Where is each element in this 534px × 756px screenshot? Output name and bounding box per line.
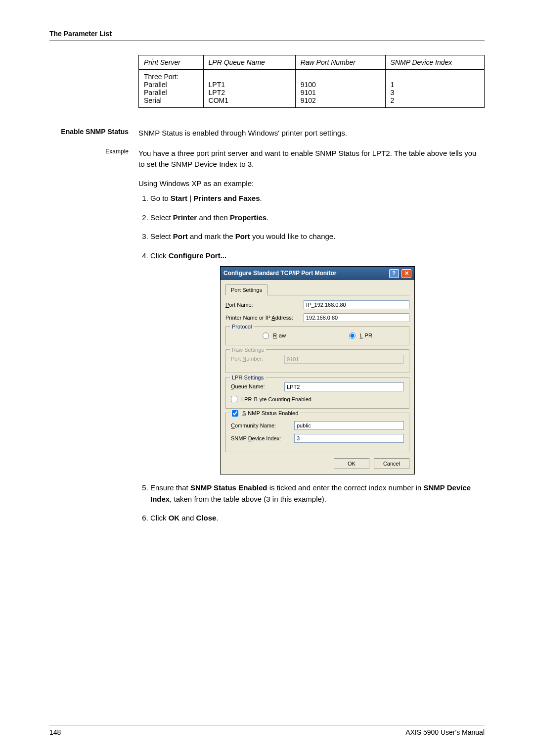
cell-text: 2: [391, 96, 395, 104]
configure-port-dialog: Configure Standard TCP/IP Port Monitor ?…: [220, 266, 415, 474]
cell-text: 9100: [301, 81, 316, 89]
device-index-input[interactable]: [294, 434, 404, 443]
close-icon[interactable]: ✕: [401, 269, 411, 278]
cell-text: Three Port:: [144, 73, 178, 81]
footer-rule: [49, 725, 485, 725]
help-icon[interactable]: ?: [389, 269, 399, 278]
cell-text: 3: [391, 89, 395, 96]
window-buttons: ? ✕: [388, 269, 411, 278]
step-1: Go to Start | Printers and Faxes.: [150, 193, 485, 204]
page-footer: 148 AXIS 5900 User's Manual: [49, 725, 485, 736]
tab-strip: Port Settings: [225, 284, 409, 296]
lpr-byte-counting-checkbox[interactable]: [231, 396, 237, 402]
queue-name-label: Queue Name:: [231, 382, 280, 391]
community-label: Community Name:: [231, 422, 290, 430]
dialog-title-text: Configure Standard TCP/IP Port Monitor: [223, 269, 336, 278]
lpr-settings-group: LPR Settings Queue Name: LPR Byte Counti…: [225, 377, 409, 409]
label-rest: aw: [279, 331, 286, 340]
raw-port-input: [284, 355, 404, 364]
step-text: .: [267, 213, 268, 222]
tab-port-settings[interactable]: Port Settings: [225, 284, 267, 296]
th-lpr-queue: LPR Queue Name: [203, 55, 295, 70]
bold-text: Printers and Faxes: [193, 194, 260, 202]
td: 9100 9101 9102: [295, 70, 385, 108]
mnemonic: S: [242, 409, 246, 418]
label-pre: SNMP: [231, 435, 248, 441]
mnemonic: R: [273, 331, 277, 340]
header-rule: [49, 41, 485, 41]
raw-radio[interactable]: [263, 332, 269, 339]
table-row: Three Port: Parallel Parallel Serial LPT…: [139, 70, 485, 108]
snmp-legend: SNMP Status Enabled: [230, 409, 300, 418]
bold-text: Port: [173, 232, 188, 240]
label-rest: ort Name:: [229, 302, 253, 308]
td: LPT1 LPT2 COM1: [203, 70, 295, 108]
lpr-radio-label[interactable]: LPR: [349, 331, 372, 340]
bold-text: Properties: [230, 213, 267, 222]
protocol-group: Protocol Raw LPR: [225, 326, 409, 345]
queue-name-input[interactable]: [284, 382, 404, 391]
side-heading-example: Example: [49, 148, 138, 532]
cell-text: Parallel: [144, 81, 167, 89]
raw-port-label: Port Number:: [231, 355, 280, 363]
cell-text: COM1: [209, 96, 228, 104]
dialog-wrap: Configure Standard TCP/IP Port Monitor ?…: [150, 266, 485, 474]
label-pre: Printer Name or IP: [225, 315, 271, 321]
bold-text: Configure Port...: [169, 251, 227, 260]
printer-address-input[interactable]: [304, 313, 409, 322]
lpr-byte-counting-label[interactable]: LPR Byte Counting Enabled: [231, 395, 404, 404]
th-snmp-index: SNMP Device Index: [385, 55, 484, 70]
step-6: Click OK and Close.: [150, 513, 485, 524]
bold-text: Port: [235, 232, 250, 240]
label-rest: NMP Status Enabled: [248, 409, 298, 418]
cancel-button[interactable]: Cancel: [374, 458, 409, 469]
ok-button[interactable]: OK: [334, 458, 369, 469]
mnemonic: N: [242, 356, 246, 362]
bold-text: Close: [196, 514, 217, 522]
label-rest: umber:: [246, 356, 263, 362]
paragraph: You have a three port print server and w…: [138, 148, 485, 170]
snmp-enabled-label[interactable]: SNMP Status Enabled: [232, 409, 298, 418]
cell-text: 9102: [301, 96, 316, 104]
mnemonic: L: [359, 331, 362, 340]
mnemonic: C: [231, 423, 235, 428]
bold-text: Start: [171, 194, 187, 202]
step-text: and: [179, 514, 196, 522]
side-heading: Enable SNMP Status: [49, 128, 138, 139]
step-text: .: [216, 514, 218, 522]
example-block: Example You have a three port print serv…: [49, 148, 485, 532]
device-index-label: SNMP Device Index:: [231, 434, 290, 443]
port-name-input[interactable]: [304, 300, 409, 309]
step-text: and then: [197, 213, 230, 222]
step-3: Select Port and mark the Port you would …: [150, 231, 485, 242]
community-input[interactable]: [294, 421, 404, 430]
step-text: is ticked and enter the correct index nu…: [267, 483, 423, 492]
step-text: , taken from the table above (3 in this …: [170, 495, 326, 503]
queue-name-row: Queue Name:: [231, 382, 404, 391]
bold-text: Printer: [173, 213, 197, 222]
step-2: Select Printer and then Properties.: [150, 212, 485, 224]
community-row: Community Name:: [231, 421, 404, 430]
raw-radio-label[interactable]: Raw: [263, 331, 286, 340]
page: The Parameter List Print Server LPR Queu…: [0, 0, 534, 756]
mnemonic: B: [254, 395, 257, 404]
mnemonic: D: [248, 435, 252, 441]
td: 1 3 2: [385, 70, 484, 108]
printer-address-label: Printer Name or IP Address:: [225, 314, 300, 322]
cell-text: Parallel: [144, 89, 167, 96]
step-text: |: [187, 194, 193, 202]
footer-row: 148 AXIS 5900 User's Manual: [49, 728, 485, 736]
mnemonic: Q: [231, 383, 235, 389]
protocol-legend: Protocol: [230, 323, 254, 331]
enable-snmp-block: Enable SNMP Status SNMP Status is enable…: [49, 128, 485, 139]
paragraph: Using Windows XP as an example:: [138, 178, 485, 189]
lpr-radio[interactable]: [349, 332, 356, 339]
snmp-enabled-checkbox[interactable]: [232, 410, 238, 417]
cell-text: LPT1: [209, 81, 225, 89]
device-index-table: Print Server LPR Queue Name Raw Port Num…: [138, 55, 485, 108]
lpr-settings-legend: LPR Settings: [230, 374, 266, 382]
step-4: Click Configure Port... Configure Standa…: [150, 250, 485, 475]
dialog-body: Port Settings Port Name: Printer Name or…: [221, 280, 414, 474]
bold-text: OK: [169, 514, 180, 522]
protocol-radios: Raw LPR: [231, 331, 404, 340]
